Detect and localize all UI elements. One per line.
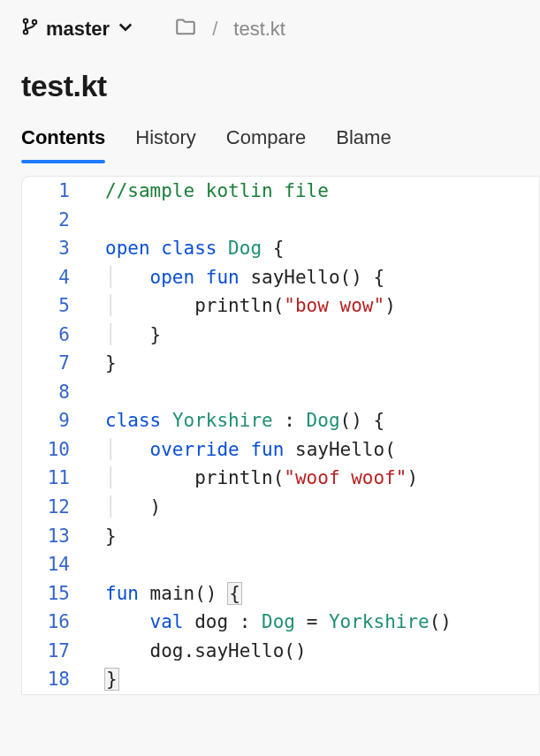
breadcrumb: / test.kt: [175, 16, 285, 42]
line-number: 15: [22, 579, 84, 609]
line-number: 4: [22, 263, 84, 292]
code-viewer[interactable]: 1//sample kotlin file 2 3open class Dog …: [21, 176, 540, 695]
code-row: 9class Yorkshire : Dog() {: [22, 406, 539, 435]
line-number: 8: [22, 378, 84, 407]
code-line: │ ): [84, 493, 539, 522]
line-number: 7: [22, 349, 84, 378]
page-title: test.kt: [0, 48, 540, 110]
code-line: │ }: [84, 321, 539, 350]
line-number: 17: [22, 637, 84, 666]
code-row: 14: [22, 550, 539, 579]
branch-icon: [21, 17, 39, 42]
code-table: 1//sample kotlin file 2 3open class Dog …: [22, 177, 539, 694]
svg-point-2: [33, 20, 37, 25]
code-row: 11│ println("woof woof"): [22, 464, 539, 493]
code-row: 16 val dog : Dog = Yorkshire(): [22, 608, 539, 637]
code-line: }: [84, 665, 539, 694]
line-number: 6: [22, 321, 84, 350]
line-number: 2: [22, 206, 84, 235]
indent-guide: │: [105, 467, 194, 488]
code-line: │ println("woof woof"): [84, 464, 539, 493]
tab-contents[interactable]: Contents: [21, 126, 105, 162]
line-number: 13: [22, 522, 84, 551]
code-line: val dog : Dog = Yorkshire(): [84, 608, 539, 637]
indent-guide: │: [105, 295, 194, 316]
line-number: 5: [22, 291, 84, 321]
code-line: open class Dog {: [84, 234, 539, 263]
code-line: [84, 378, 539, 407]
code-line: }: [84, 349, 539, 378]
cursor: [118, 669, 119, 690]
line-number: 11: [22, 464, 84, 493]
tab-compare[interactable]: Compare: [226, 126, 306, 162]
tab-history[interactable]: History: [135, 126, 195, 162]
breadcrumb-file[interactable]: test.kt: [233, 18, 285, 41]
breadcrumb-separator: /: [212, 18, 217, 41]
svg-point-0: [24, 19, 28, 24]
svg-point-1: [24, 30, 28, 34]
tabs: Contents History Compare Blame: [0, 110, 540, 162]
code-row: 10│ override fun sayHello(: [22, 435, 539, 465]
code-line: [84, 550, 539, 579]
code-row: 6│ }: [22, 321, 539, 350]
code-row: 17 dog.sayHello(): [22, 637, 539, 666]
line-number: 16: [22, 608, 84, 637]
matching-brace: }: [105, 669, 118, 690]
line-number: 18: [22, 665, 84, 694]
branch-selector[interactable]: master: [21, 17, 134, 42]
line-number: 9: [22, 406, 84, 435]
indent-guide: │: [105, 496, 150, 518]
code-row: 5│ println("bow wow"): [22, 291, 539, 321]
code-line: │ open fun sayHello() {: [84, 263, 539, 292]
code-row: 3open class Dog {: [22, 234, 539, 263]
line-number: 14: [22, 550, 84, 579]
code-line: //sample kotlin file: [84, 177, 539, 206]
matching-brace: {: [228, 583, 241, 604]
code-row: 7}: [22, 349, 539, 378]
code-row: 1//sample kotlin file: [22, 177, 539, 206]
code-row: 8: [22, 378, 539, 407]
indent-guide: │: [105, 324, 150, 345]
code-row: 12│ ): [22, 493, 539, 522]
code-line: │ println("bow wow"): [84, 291, 539, 321]
line-number: 12: [22, 493, 84, 522]
code-line: fun main() {: [84, 579, 539, 609]
chevron-down-icon: [117, 18, 134, 41]
tab-blame[interactable]: Blame: [336, 126, 391, 162]
code-row: 18}: [22, 665, 539, 694]
indent-guide: │: [105, 267, 150, 288]
line-number: 3: [22, 234, 84, 263]
branch-name: master: [46, 18, 110, 41]
code-row: 2: [22, 206, 539, 235]
code-row: 4│ open fun sayHello() {: [22, 263, 539, 292]
line-number: 1: [22, 177, 84, 206]
code-row: 13}: [22, 522, 539, 551]
code-row: 15fun main() {: [22, 579, 539, 609]
indent-guide: │: [105, 439, 150, 460]
line-number: 10: [22, 435, 84, 465]
code-line: class Yorkshire : Dog() {: [84, 406, 539, 435]
folder-icon[interactable]: [175, 16, 196, 42]
code-line: │ override fun sayHello(: [84, 435, 539, 465]
code-line: }: [84, 522, 539, 551]
code-line: dog.sayHello(): [84, 637, 539, 666]
code-line: [84, 206, 539, 235]
